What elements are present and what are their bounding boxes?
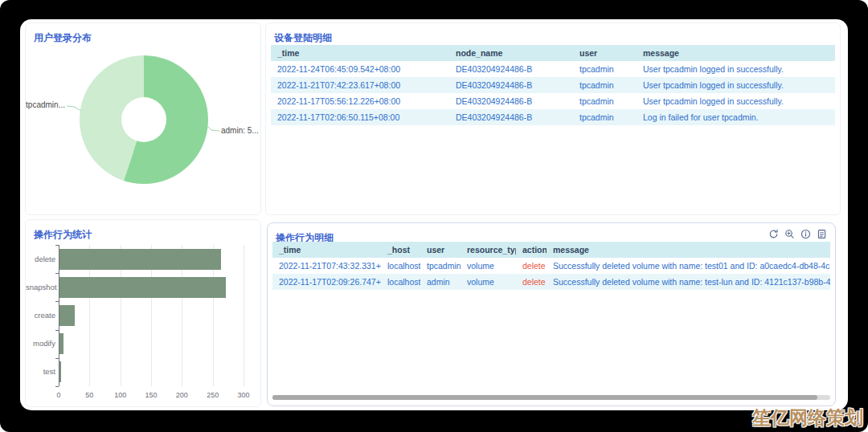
refresh-icon[interactable] [768, 229, 779, 239]
horizontal-bar-chart: 050100150200250300deletesnapshotcreatemo… [26, 220, 260, 406]
panel-operation-stats: 操作行为统计 050100150200250300deletesnapshotc… [25, 219, 261, 407]
category-label-create: create [26, 311, 55, 320]
table-cell: DE403204924486-B [449, 77, 573, 93]
column-header[interactable]: message [547, 242, 830, 258]
bar-test[interactable] [59, 361, 61, 382]
gridline [244, 245, 244, 386]
column-header[interactable]: action [516, 242, 547, 258]
y-axis-tick [55, 330, 59, 331]
bar-delete[interactable] [59, 249, 221, 270]
x-axis-tick-label: 250 [207, 391, 219, 399]
table-cell: 2022-11-24T06:45:09.542+08:00 [271, 61, 449, 77]
table-cell: tpcadmin [573, 61, 637, 77]
table-row[interactable]: 2022-11-21T07:42:23.617+08:00DE403204924… [271, 77, 835, 93]
bar-snapshot[interactable] [59, 277, 226, 298]
table-cell: Successfully deleted volume with name: t… [547, 274, 830, 290]
column-header[interactable]: user [573, 45, 637, 61]
x-axis-tick-label: 0 [56, 391, 60, 399]
panel-device-login-detail: 设备登陆明细 _timenode_nameusermessage2022-11-… [265, 22, 841, 215]
table-cell: Log in failed for user tpcadmin. [637, 109, 835, 125]
table-cell: localhost [381, 258, 420, 274]
table-cell: DE403204924486-B [449, 61, 573, 77]
x-axis-tick-label: 300 [237, 391, 249, 399]
watermark-text: 笙亿网络策划 [752, 406, 863, 430]
pie-label-admin: admin: 5... [221, 126, 259, 135]
y-axis-tick [55, 273, 59, 274]
horizontal-scrollbar-track[interactable] [272, 395, 830, 400]
operation-detail-table: _time_hostuserresource_typeactionmessage… [272, 242, 830, 290]
table-cell: localhost [381, 274, 420, 290]
category-label-delete: delete [26, 255, 55, 263]
x-axis-tick-label: 50 [85, 391, 93, 399]
table-cell: 2022-11-21T07:42:23.617+08:00 [271, 77, 449, 93]
table-cell: volume [461, 258, 516, 274]
column-header[interactable]: node_name [449, 45, 573, 61]
column-header[interactable]: resource_type [461, 242, 516, 258]
bar-modify[interactable] [59, 333, 63, 354]
dashboard-background: 用户登录分布 tpcadmin... admin: 5... 设备登陆明细 _t… [0, 0, 868, 432]
info-icon[interactable] [800, 229, 811, 239]
table-row[interactable]: 2022-11-21T07:43:32.331+08:00localhosttp… [272, 258, 830, 274]
table-cell: admin [420, 274, 461, 290]
table-row[interactable]: 2022-11-24T06:45:09.542+08:00DE403204924… [271, 61, 835, 77]
table-cell: User tpcadmin logged in successfully. [637, 93, 835, 109]
panel-title: 设备登陆明细 [274, 31, 332, 45]
column-header[interactable]: _time [271, 45, 449, 61]
x-axis-tick-label: 100 [114, 391, 126, 399]
category-label-modify: modify [26, 339, 55, 348]
category-label-snapshot: snapshot [26, 283, 55, 291]
y-axis-tick [55, 301, 59, 302]
column-header[interactable]: _host [381, 242, 420, 258]
table-cell: delete [516, 274, 547, 290]
panel-user-login-distribution: 用户登录分布 tpcadmin... admin: 5... [25, 22, 261, 215]
category-label-test: test [26, 367, 55, 376]
x-axis-tick-label: 200 [176, 391, 188, 399]
donut-chart[interactable] [80, 55, 208, 184]
panel-title: 用户登录分布 [34, 31, 92, 45]
table-cell: 2022-11-17T02:09:26.747+08:00 [272, 274, 381, 290]
panel-operation-detail: 操作行为明细 [267, 222, 836, 406]
table-cell: volume [461, 274, 516, 290]
x-axis-tick-label: 150 [145, 391, 157, 399]
y-axis-tick [55, 386, 59, 387]
column-header[interactable]: message [637, 45, 835, 61]
table-row[interactable]: 2022-11-17T02:06:50.115+08:00DE403204924… [271, 109, 835, 125]
table-cell: delete [516, 258, 547, 274]
table-cell: DE403204924486-B [449, 109, 573, 125]
table-cell: Successfully deleted volume with name: t… [547, 258, 830, 274]
horizontal-scrollbar-thumb[interactable] [272, 395, 817, 400]
table-cell: 2022-11-21T07:43:32.331+08:00 [272, 258, 381, 274]
dashboard-card: 用户登录分布 tpcadmin... admin: 5... 设备登陆明细 _t… [20, 19, 848, 410]
pie-label-tpcadmin: tpcadmin... [26, 100, 65, 109]
table-row[interactable]: 2022-11-17T02:09:26.747+08:00localhostad… [272, 274, 830, 290]
zoom-in-icon[interactable] [784, 229, 795, 239]
table-cell: 2022-11-17T02:06:50.115+08:00 [271, 109, 449, 125]
table-row[interactable]: 2022-11-17T05:56:12.226+08:00DE403204924… [271, 93, 835, 109]
y-axis-tick [55, 245, 59, 246]
table-cell: User tpcadmin logged in successfully. [637, 61, 835, 77]
table-cell: tpcadmin [573, 77, 637, 93]
device-login-table: _timenode_nameusermessage2022-11-24T06:4… [271, 45, 835, 125]
table-cell: User tpcadmin logged in successfully. [637, 77, 835, 93]
table-cell: tpcadmin [573, 109, 637, 125]
column-header[interactable]: user [420, 242, 461, 258]
bar-create[interactable] [59, 305, 75, 326]
table-cell: 2022-11-17T05:56:12.226+08:00 [271, 93, 449, 109]
column-header[interactable]: _time [272, 242, 381, 258]
table-cell: tpcadmin [573, 93, 637, 109]
panel-toolbar [768, 229, 827, 239]
export-icon[interactable] [817, 229, 827, 239]
table-cell: DE403204924486-B [449, 93, 573, 109]
table-cell: tpcadmin [420, 258, 461, 274]
y-axis-tick [55, 358, 59, 359]
